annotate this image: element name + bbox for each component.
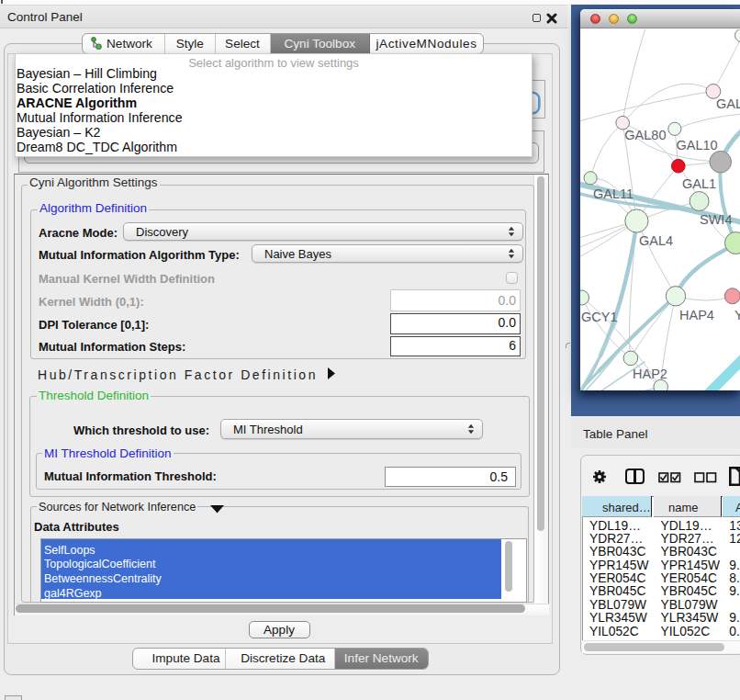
svg-text:Y: Y <box>734 307 740 322</box>
svg-text:GAL11: GAL11 <box>593 186 633 201</box>
svg-text:GAL1: GAL1 <box>682 176 716 191</box>
svg-text:GCY1: GCY1 <box>581 310 618 324</box>
svg-text:GAL8: GAL8 <box>716 96 740 110</box>
svg-text:GAL10: GAL10 <box>676 138 717 152</box>
svg-text:GAL4: GAL4 <box>639 233 673 248</box>
svg-text:SWI4: SWI4 <box>700 212 732 227</box>
svg-text:HAP4: HAP4 <box>679 307 714 322</box>
svg-text:HAP2: HAP2 <box>633 366 667 380</box>
svg-text:GAL80: GAL80 <box>624 128 666 142</box>
